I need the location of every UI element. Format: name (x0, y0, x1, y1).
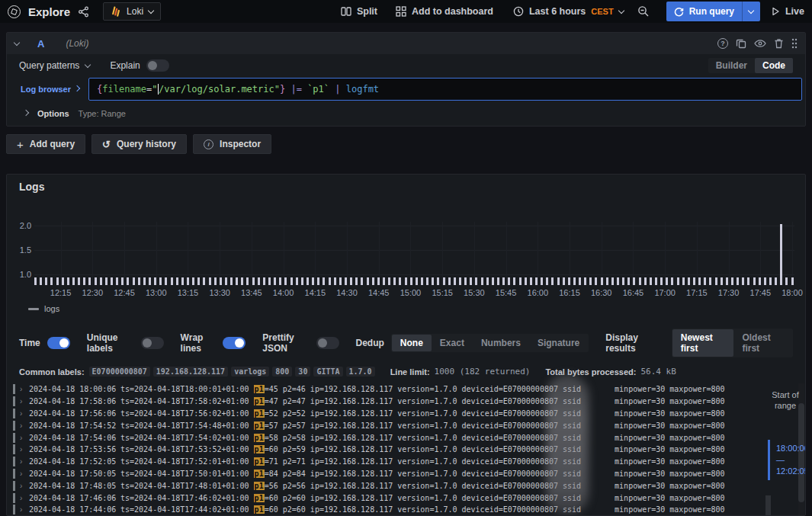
log-row[interactable]: ›2024-04-18 17:50:05ts=2024-04-18T17:50:… (13, 468, 791, 480)
log-timestamp: 2024-04-18 18:00:06 (29, 385, 120, 393)
log-browser-button[interactable]: Log browser (14, 85, 85, 94)
display-option-oldest-first[interactable]: Oldest first (733, 329, 792, 357)
expand-chevron-icon[interactable]: › (20, 421, 29, 430)
add-to-dashboard-button[interactable]: Add to dashboard (396, 6, 493, 17)
log-row[interactable]: ›2024-04-18 17:44:06ts=2024-04-18T17:44:… (13, 504, 791, 514)
toggle-switch[interactable] (223, 337, 246, 349)
dedup-label: Dedup (356, 338, 384, 348)
log-row[interactable]: ›2024-04-18 17:53:56ts=2024-04-18T17:53:… (13, 444, 791, 456)
chevron-right-icon (23, 109, 29, 115)
collapse-chevron-icon[interactable] (14, 39, 20, 45)
query-row-header[interactable]: A (Loki) ? (7, 33, 805, 54)
help-icon[interactable]: ? (717, 38, 728, 49)
log-volume-bar (726, 277, 728, 285)
code-mode-button[interactable]: Code (755, 58, 793, 73)
log-volume-bar (709, 277, 711, 285)
expand-chevron-icon[interactable]: › (20, 482, 29, 490)
split-columns-icon (341, 6, 351, 17)
total-bytes-label: Total bytes processed: (545, 367, 636, 377)
log-volume-bar (454, 277, 456, 285)
live-button[interactable]: Live (771, 6, 804, 17)
expand-chevron-icon[interactable]: › (20, 445, 29, 454)
common-label-chip: 30 (295, 367, 310, 377)
add-query-button[interactable]: + Add query (6, 134, 85, 154)
log-volume-bar (551, 277, 554, 285)
run-query-button[interactable]: Run query (666, 2, 760, 21)
expr-token: logfmt (346, 84, 379, 95)
log-volume-bar (100, 277, 102, 285)
toggle-switch[interactable] (141, 337, 164, 349)
query-patterns-dropdown[interactable]: Query patterns (19, 60, 90, 71)
log-volume-bar (589, 277, 592, 285)
log-volume-bar (622, 277, 624, 285)
delete-query-trash-icon[interactable] (774, 38, 784, 49)
secondary-scrollbar-thumb[interactable] (765, 495, 771, 515)
log-row[interactable]: ›2024-04-18 17:56:06ts=2024-04-18T17:56:… (13, 408, 791, 420)
log-text: ts=2024-04-18T17:58:02+01:00 (120, 397, 254, 405)
log-level-bar (13, 469, 15, 479)
log-timestamp: 2024-04-18 17:48:05 (29, 482, 120, 490)
log-volume-bar (584, 277, 586, 285)
log-row[interactable]: ›2024-04-18 17:58:06ts=2024-04-18T17:58:… (13, 396, 791, 408)
inspector-button[interactable]: i Inspector (193, 134, 271, 154)
expand-chevron-icon[interactable]: › (20, 385, 29, 393)
chart-x-axis: 12:1512:3012:4513:0013:1513:3013:4514:00… (34, 288, 794, 299)
expand-chevron-icon[interactable]: › (20, 397, 29, 405)
dedup-option-exact[interactable]: Exact (432, 335, 473, 351)
expand-chevron-icon[interactable]: › (20, 457, 29, 466)
log-row[interactable]: ›2024-04-18 17:48:05ts=2024-04-18T17:48:… (13, 479, 791, 492)
log-volume-bar (601, 277, 603, 285)
query-expression-input[interactable]: {filename="/var/log/solar.metric"} |= `p… (88, 78, 802, 101)
explain-toggle[interactable] (146, 59, 169, 72)
query-options-row[interactable]: Options Type: Range (7, 101, 805, 126)
dedup-option-numbers[interactable]: Numbers (473, 335, 529, 351)
expand-chevron-icon[interactable]: › (20, 505, 29, 514)
log-volume-bar (759, 277, 761, 285)
log-volume-bar (34, 277, 37, 285)
run-query-dropdown[interactable] (742, 2, 760, 21)
log-row[interactable]: ›2024-04-18 17:54:06ts=2024-04-18T17:54:… (13, 431, 791, 444)
log-text: ts=2024-04-18T17:56:02+01:00 (120, 409, 254, 418)
log-row[interactable]: ›2024-04-18 17:54:52ts=2024-04-18T17:54:… (13, 419, 791, 431)
toggle-switch[interactable] (47, 337, 70, 349)
dedup-option-signature[interactable]: Signature (529, 335, 588, 351)
line-limit-label: Line limit: (390, 367, 430, 377)
toggle-switch[interactable] (316, 337, 339, 349)
query-history-button[interactable]: ↺ Query history (91, 134, 187, 154)
search-match-highlight: p1 (254, 457, 265, 466)
drag-handle-icon[interactable] (791, 38, 798, 49)
log-timestamp: 2024-04-18 17:56:06 (29, 409, 120, 418)
log-text: ts=2024-04-18T17:48:01+01:00 (120, 482, 254, 490)
log-volume-bar (606, 277, 608, 285)
builder-mode-button[interactable]: Builder (708, 58, 755, 73)
dedup-option-none[interactable]: None (392, 335, 432, 351)
expand-chevron-icon[interactable]: › (20, 434, 29, 442)
duplicate-query-icon[interactable] (736, 38, 746, 49)
range-separator: — (776, 454, 806, 466)
datasource-hint: (Loki) (66, 38, 88, 49)
expand-chevron-icon[interactable]: › (20, 494, 29, 502)
log-volume-bar (72, 277, 75, 285)
zoom-out-icon[interactable] (637, 5, 650, 18)
expand-chevron-icon[interactable]: › (20, 409, 29, 418)
split-button[interactable]: Split (341, 6, 377, 17)
log-row[interactable]: ›2024-04-18 18:00:06ts=2024-04-18T18:00:… (13, 383, 791, 396)
x-axis-tick: 15:00 (400, 288, 422, 297)
expr-token: | (335, 84, 340, 95)
log-volume-bar (88, 277, 91, 285)
chart-legend[interactable]: logs (28, 304, 59, 313)
datasource-picker[interactable]: Loki (103, 2, 161, 21)
log-row[interactable]: ›2024-04-18 17:46:06ts=2024-04-18T17:46:… (13, 492, 791, 504)
log-row[interactable]: ›2024-04-18 17:52:05ts=2024-04-18T17:52:… (13, 456, 791, 468)
hide-query-eye-icon[interactable] (754, 39, 766, 48)
display-option-newest-first[interactable]: Newest first (672, 329, 734, 357)
range-to: 12:02:05 (776, 466, 806, 477)
x-axis-tick: 18:00 (782, 288, 803, 297)
share-icon[interactable] (78, 6, 89, 18)
log-volume-bar (611, 277, 614, 285)
time-range-picker[interactable]: Last 6 hours CEST (513, 6, 624, 17)
expand-chevron-icon[interactable]: › (20, 470, 29, 478)
log-timestamp: 2024-04-18 17:54:06 (29, 434, 120, 442)
log-volume-bar (279, 277, 281, 285)
log-volume-bar (154, 277, 156, 285)
